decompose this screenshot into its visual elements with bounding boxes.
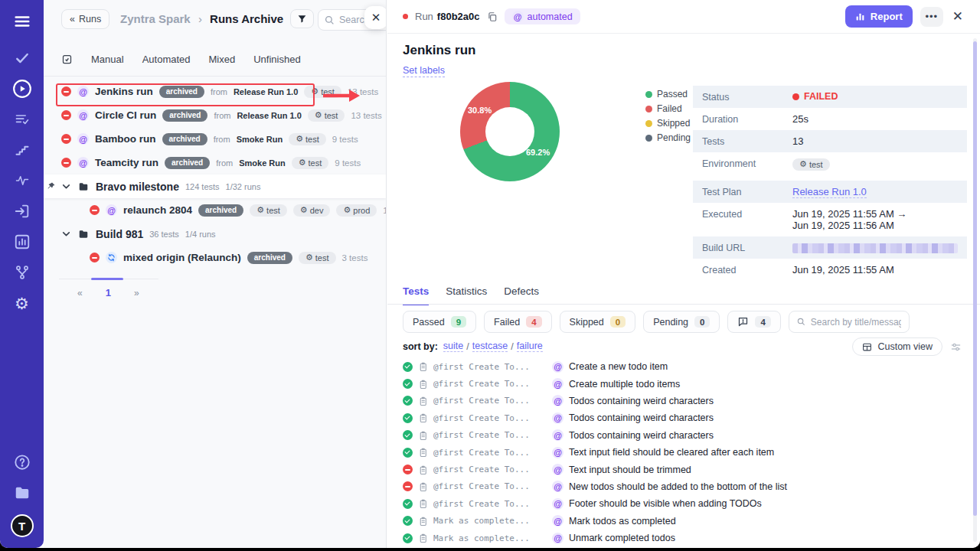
test-plan-link[interactable]: Release Run 1.0 xyxy=(792,186,867,198)
test-title[interactable]: Create multiple todo items xyxy=(569,379,680,390)
filter-button[interactable] xyxy=(290,9,314,28)
panel-close-button[interactable]: ✕ xyxy=(364,6,387,29)
sort-by-failure[interactable]: failure xyxy=(517,341,543,352)
runs-tab-manual[interactable]: Manual xyxy=(91,54,124,65)
back-to-runs-button[interactable]: « Runs xyxy=(61,9,109,29)
analytics-icon[interactable] xyxy=(0,227,44,257)
set-labels-link[interactable]: Set labels xyxy=(403,65,445,77)
test-title[interactable]: Text input should be trimmed xyxy=(569,465,691,475)
test-title[interactable]: Create a new todo item xyxy=(569,361,668,372)
env-tag-dev[interactable]: ⚙dev xyxy=(293,204,331,217)
chevron-down-icon[interactable] xyxy=(61,181,71,191)
test-suite[interactable]: @first Create To... xyxy=(433,379,547,389)
test-suite[interactable]: @first Create To... xyxy=(433,481,547,491)
steps-icon[interactable] xyxy=(0,135,44,165)
sliders-icon[interactable] xyxy=(950,341,962,353)
filter-passed-button[interactable]: Passed9 xyxy=(403,311,476,333)
from-plan[interactable]: Smoke Run xyxy=(237,135,283,144)
play-circle-icon[interactable] xyxy=(0,73,44,104)
from-plan[interactable]: Smoke Run xyxy=(239,158,286,168)
from-plan[interactable]: Release Run 1.0 xyxy=(234,87,298,96)
automated-badge[interactable]: @ automated xyxy=(505,8,580,24)
legend-item-skipped[interactable]: Skipped xyxy=(645,118,691,129)
env-tag-prod[interactable]: ⚙prod xyxy=(336,204,377,217)
detail-close-button[interactable]: ✕ xyxy=(951,8,965,24)
test-suite[interactable]: @first Create To... xyxy=(433,430,547,440)
breadcrumb-project[interactable]: Zyntra Spark xyxy=(120,12,191,25)
tab-statistics[interactable]: Statistics xyxy=(446,285,487,305)
test-title[interactable]: Footer should be visible when adding TOD… xyxy=(569,498,762,509)
test-title[interactable]: Todos containing weird characters xyxy=(569,412,714,423)
env-tag-test[interactable]: ⚙test xyxy=(289,133,326,145)
branch-icon[interactable] xyxy=(0,257,44,288)
pagination-prev-button[interactable]: « xyxy=(77,288,83,298)
pagination-page-1[interactable]: 1 xyxy=(106,287,111,298)
comment-icon xyxy=(737,316,749,328)
filter-failed-button[interactable]: Failed4 xyxy=(484,311,551,333)
runs-tab-automated[interactable]: Automated xyxy=(142,54,191,65)
gear-icon[interactable]: ⚙ xyxy=(0,288,44,318)
test-title[interactable]: Unmark completed todos xyxy=(569,533,675,543)
env-tag-test[interactable]: ⚙test xyxy=(292,157,329,169)
legend-item-failed[interactable]: Failed xyxy=(645,103,691,114)
test-title[interactable]: Todos containing weird characters xyxy=(569,430,714,441)
test-suite[interactable]: @first Create To... xyxy=(433,448,547,458)
activity-icon[interactable] xyxy=(0,165,44,196)
check-icon[interactable] xyxy=(0,43,44,73)
sort-by-testcase[interactable]: testcase xyxy=(472,341,508,352)
test-title[interactable]: New todos should be added to the bottom … xyxy=(569,481,787,492)
test-suite[interactable]: Mark as complete... xyxy=(433,533,547,543)
run-name[interactable]: Bamboo run xyxy=(95,133,156,145)
menu-icon[interactable] xyxy=(0,0,44,43)
run-name[interactable]: Jenkins run xyxy=(95,86,153,97)
runs-tab-unfinished[interactable]: Unfinished xyxy=(253,54,300,65)
scrollbar-thumb[interactable] xyxy=(973,41,977,516)
env-tag-test[interactable]: ⚙test xyxy=(308,109,345,122)
tests-search[interactable] xyxy=(789,311,910,333)
test-suite[interactable]: @first Create To... xyxy=(433,465,547,474)
sort-by-suite[interactable]: suite xyxy=(443,341,463,352)
filter-comments-button[interactable]: 4 xyxy=(727,311,780,333)
chevron-down-icon[interactable] xyxy=(61,229,71,239)
env-tag-test[interactable]: ⚙test xyxy=(792,158,830,171)
run-name[interactable]: Circle CI run xyxy=(95,109,156,121)
test-suite[interactable]: @first Create To... xyxy=(433,362,547,372)
select-all-icon[interactable] xyxy=(61,54,73,65)
tab-defects[interactable]: Defects xyxy=(504,285,539,305)
test-suite[interactable]: @first Create To... xyxy=(433,396,547,406)
milestone-name[interactable]: Bravo milestone xyxy=(96,181,179,193)
runs-tab-mixed[interactable]: Mixed xyxy=(209,54,236,65)
tests-list: @first Create To...@Create a new todo it… xyxy=(403,358,954,546)
report-button[interactable]: Report xyxy=(845,5,913,28)
env-tag-test[interactable]: ⚙test xyxy=(299,252,336,264)
test-suite[interactable]: Mark as complete... xyxy=(433,516,547,526)
tests-search-input[interactable] xyxy=(811,317,901,328)
legend-item-pending[interactable]: Pending xyxy=(645,132,691,143)
filter-skipped-button[interactable]: Skipped0 xyxy=(560,311,636,333)
from-plan[interactable]: Release Run 1.0 xyxy=(237,111,301,120)
test-suite[interactable]: @first Create To... xyxy=(433,499,547,509)
test-title[interactable]: Text input field should be cleared after… xyxy=(569,447,774,458)
copy-run-id-button[interactable] xyxy=(487,11,498,22)
filter-pending-button[interactable]: Pending0 xyxy=(643,311,720,333)
milestone-name[interactable]: Build 981 xyxy=(96,228,143,240)
run-name[interactable]: relaunch 2804 xyxy=(123,204,192,216)
pagination-next-button[interactable]: » xyxy=(134,288,139,298)
import-icon[interactable] xyxy=(0,196,44,227)
test-suite[interactable]: @first Create To... xyxy=(433,413,547,423)
test-title[interactable]: Todos containing weird characters xyxy=(569,396,714,406)
custom-view-button[interactable]: Custom view xyxy=(852,337,942,356)
test-title[interactable]: Mark todos as completed xyxy=(569,516,676,527)
help-icon[interactable] xyxy=(0,447,44,478)
list-check-icon[interactable] xyxy=(0,104,44,135)
folder-icon[interactable] xyxy=(0,478,44,508)
user-avatar[interactable]: T xyxy=(11,514,34,537)
env-tag-test[interactable]: ⚙test xyxy=(250,204,287,217)
tab-tests[interactable]: Tests xyxy=(403,285,429,305)
legend-item-passed[interactable]: Passed xyxy=(645,89,691,99)
env-tag-test[interactable]: ⚙test xyxy=(304,86,341,98)
run-name[interactable]: Teamcity run xyxy=(95,157,158,168)
run-name[interactable]: mixed origin (Relaunch) xyxy=(123,252,241,263)
scrollbar-track[interactable] xyxy=(973,38,977,542)
more-actions-button[interactable]: ••• xyxy=(920,7,943,27)
